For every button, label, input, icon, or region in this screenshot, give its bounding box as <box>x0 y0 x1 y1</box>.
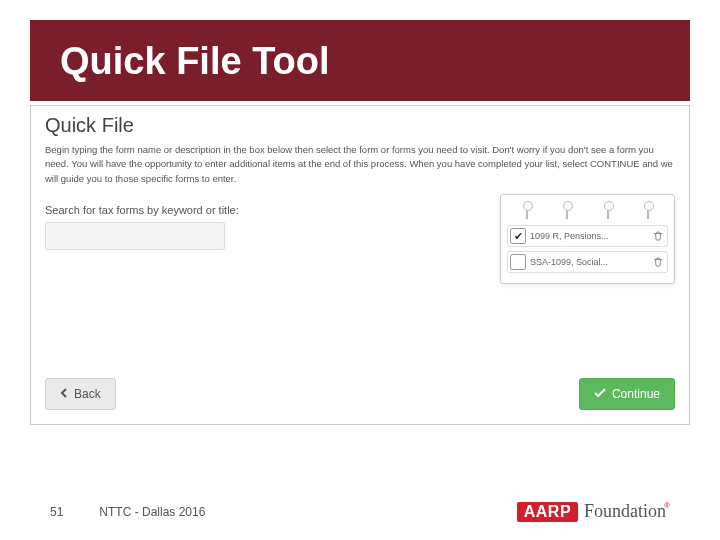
continue-label: Continue <box>612 387 660 401</box>
form-label: SSA-1099, Social... <box>530 257 647 267</box>
back-label: Back <box>74 387 101 401</box>
form-label: 1099 R, Pensions... <box>530 231 647 241</box>
back-button[interactable]: Back <box>45 378 116 410</box>
button-row: Back Continue <box>45 378 675 410</box>
selected-forms-popup: 1099 R, Pensions... SSA-1099, Social... <box>500 194 675 284</box>
search-input[interactable] <box>45 222 225 250</box>
aarp-mark: AARP <box>517 502 578 522</box>
handle-icon <box>607 207 609 219</box>
check-icon <box>594 387 606 401</box>
quick-file-panel: Quick File Begin typing the form name or… <box>30 105 690 425</box>
form-checkbox[interactable] <box>510 254 526 270</box>
handle-icon <box>647 207 649 219</box>
form-row: 1099 R, Pensions... <box>507 225 668 247</box>
form-checkbox[interactable] <box>510 228 526 244</box>
continue-button[interactable]: Continue <box>579 378 675 410</box>
registered-mark: ® <box>664 501 670 510</box>
footer-text: NTTC - Dallas 2016 <box>99 505 205 519</box>
panel-title: Quick File <box>45 114 675 137</box>
trash-icon[interactable] <box>651 255 665 269</box>
trash-icon[interactable] <box>651 229 665 243</box>
slide-title: Quick File Tool <box>60 40 660 83</box>
form-row: SSA-1099, Social... <box>507 251 668 273</box>
slide-title-bar: Quick File Tool <box>30 20 690 101</box>
foundation-text: Foundation <box>584 501 666 521</box>
aarp-foundation-logo: AARP Foundation® <box>517 501 670 522</box>
handle-icon <box>526 207 528 219</box>
slide-footer: 51 NTTC - Dallas 2016 AARP Foundation® <box>0 501 720 522</box>
drag-handles <box>507 201 668 219</box>
handle-icon <box>566 207 568 219</box>
chevron-left-icon <box>60 387 68 401</box>
page-number: 51 <box>50 505 63 519</box>
panel-description: Begin typing the form name or descriptio… <box>45 143 675 186</box>
